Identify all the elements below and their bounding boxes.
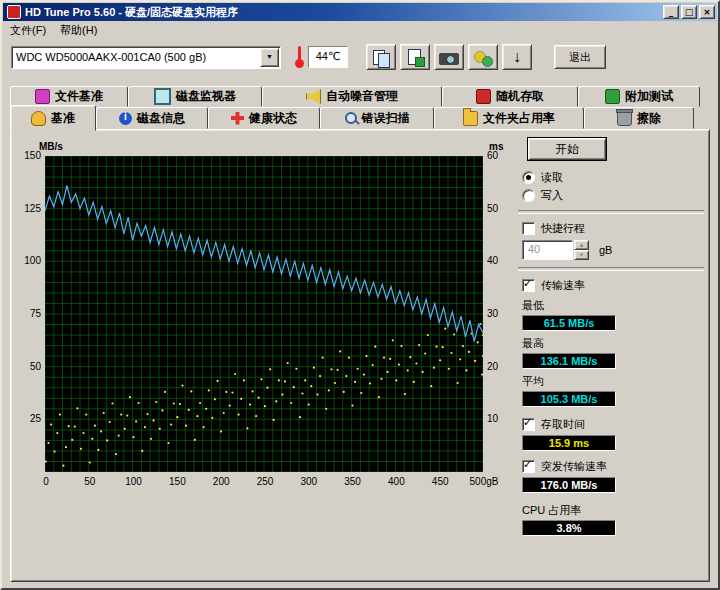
gears-icon — [469, 45, 497, 69]
tab-random-access[interactable]: 随机存取 — [442, 86, 578, 107]
tab-folder-usage[interactable]: 文件夹占用率 — [434, 107, 584, 129]
y-right-tick: 40 — [487, 255, 517, 266]
spin-up-icon[interactable]: ▲ — [574, 240, 589, 250]
burst-rate-value: 176.0 MB/s — [522, 477, 616, 493]
app-icon — [7, 5, 21, 19]
camera-icon — [435, 45, 463, 69]
x-tick: 450 — [423, 476, 457, 487]
extra-tests-icon — [605, 89, 620, 104]
max-label: 最高 — [522, 336, 712, 351]
tab-file-benchmark[interactable]: 文件基准 — [10, 86, 128, 107]
benchmark-icon — [31, 111, 46, 126]
y-left-tick: 150 — [15, 150, 41, 161]
short-stroke-unit-label: gB — [599, 244, 612, 256]
separator — [518, 267, 704, 271]
y-right-tick: 10 — [487, 413, 517, 424]
plot-area — [45, 156, 483, 472]
chevron-down-icon[interactable]: ▼ — [260, 48, 279, 67]
tab-disk-info[interactable]: 磁盘信息 — [96, 107, 208, 129]
maximize-button[interactable]: □ — [681, 5, 697, 19]
cpu-usage-value: 3.8% — [522, 520, 616, 536]
read-radio[interactable] — [522, 171, 535, 184]
burst-rate-label: 突发传输速率 — [541, 459, 607, 474]
copy-to-file-button[interactable] — [400, 44, 430, 70]
tab-disk-monitor[interactable]: 磁盘监视器 — [128, 86, 262, 107]
y-right-tick: 60 — [487, 150, 517, 161]
y-left-tick: 75 — [15, 308, 41, 319]
separator — [518, 210, 704, 214]
y-right-tick: 50 — [487, 203, 517, 214]
tab-aam[interactable]: 自动噪音管理 — [262, 86, 442, 107]
x-tick: 150 — [160, 476, 194, 487]
folder-icon — [463, 111, 478, 126]
x-tick: 50 — [73, 476, 107, 487]
x-tick: 100 — [117, 476, 151, 487]
close-button[interactable]: × — [699, 5, 715, 19]
exit-button[interactable]: 退出 — [554, 45, 606, 69]
tab-erase[interactable]: 擦除 — [584, 107, 694, 129]
max-value: 136.1 MB/s — [522, 353, 616, 369]
drive-select[interactable]: WDC WD5000AAKX-001CA0 (500 gB) ▼ — [11, 46, 281, 69]
menu-bar: 文件(F) 帮助(H) — [3, 21, 717, 39]
x-tick: 0 — [29, 476, 63, 487]
access-time-value: 15.9 ms — [522, 435, 616, 451]
x-tick: 500gB — [467, 476, 501, 487]
avg-value: 105.3 MB/s — [522, 391, 616, 407]
min-value: 61.5 MB/s — [522, 315, 616, 331]
short-stroke-size-row: 40 ▲ ▼ gB — [522, 240, 712, 260]
y-left-tick: 25 — [15, 413, 41, 424]
menu-help[interactable]: 帮助(H) — [53, 21, 104, 40]
menu-file[interactable]: 文件(F) — [3, 21, 53, 40]
copy-to-clipboard-button[interactable] — [366, 44, 396, 70]
tab-health[interactable]: 健康状态 — [208, 107, 320, 129]
y-right-tick: 20 — [487, 361, 517, 372]
short-stroke-checkbox[interactable] — [522, 222, 535, 235]
x-tick: 350 — [336, 476, 370, 487]
minimize-button[interactable]: _ — [663, 5, 679, 19]
short-stroke-spinner: ▲ ▼ — [574, 240, 589, 260]
short-stroke-size-input[interactable]: 40 — [522, 240, 573, 260]
copy-file-icon — [401, 45, 429, 69]
start-button[interactable]: 开始 — [528, 138, 606, 160]
tab-row-lower: 基准 磁盘信息 健康状态 错误扫描 文件夹占用率 擦除 — [10, 107, 694, 129]
temperature-display: 44℃ — [308, 46, 348, 68]
access-time-row[interactable]: 存取时间 — [522, 417, 712, 432]
screenshot-button[interactable] — [434, 44, 464, 70]
burst-rate-row[interactable]: 突发传输速率 — [522, 459, 712, 474]
speaker-icon — [306, 89, 321, 104]
write-radio-row[interactable]: 写入 — [522, 188, 712, 203]
write-radio[interactable] — [522, 189, 535, 202]
transfer-rate-checkbox[interactable] — [522, 279, 535, 292]
app-window: HD Tune Pro 5.60 - 硬盘/固态硬盘实用程序 _ □ × 文件(… — [0, 0, 720, 590]
x-tick: 200 — [204, 476, 238, 487]
read-radio-row[interactable]: 读取 — [522, 170, 712, 185]
spin-down-icon[interactable]: ▼ — [574, 250, 589, 260]
x-tick: 250 — [248, 476, 282, 487]
transfer-rate-label: 传输速率 — [541, 278, 585, 293]
benchmark-page: MB/s ms 150125100755025 605040302010 050… — [10, 129, 710, 582]
thermometer-icon — [295, 46, 304, 68]
access-time-label: 存取时间 — [541, 417, 585, 432]
short-stroke-row[interactable]: 快捷行程 — [522, 221, 712, 236]
download-arrow-icon: ↓ — [503, 45, 531, 69]
title-bar: HD Tune Pro 5.60 - 硬盘/固态硬盘实用程序 _ □ × — [3, 3, 717, 21]
drive-select-value: WDC WD5000AAKX-001CA0 (500 gB) — [12, 51, 259, 63]
min-label: 最低 — [522, 298, 712, 313]
magnifier-icon — [345, 112, 357, 124]
tab-benchmark[interactable]: 基准 — [10, 105, 96, 131]
tab-extra-tests[interactable]: 附加测试 — [578, 86, 700, 107]
random-access-icon — [476, 89, 491, 104]
save-results-button[interactable]: ↓ — [502, 44, 532, 70]
tab-error-scan[interactable]: 错误扫描 — [320, 107, 434, 129]
health-cross-icon — [231, 112, 244, 125]
burst-rate-checkbox[interactable] — [522, 460, 535, 473]
copy-icon — [367, 45, 395, 69]
options-button[interactable] — [468, 44, 498, 70]
y-right-tick: 30 — [487, 308, 517, 319]
transfer-rate-row[interactable]: 传输速率 — [522, 278, 712, 293]
y-left-tick: 50 — [15, 361, 41, 372]
tab-row-upper: 文件基准 磁盘监视器 自动噪音管理 随机存取 附加测试 — [10, 86, 700, 107]
read-radio-label: 读取 — [541, 170, 563, 185]
access-time-checkbox[interactable] — [522, 418, 535, 431]
write-radio-label: 写入 — [541, 188, 563, 203]
